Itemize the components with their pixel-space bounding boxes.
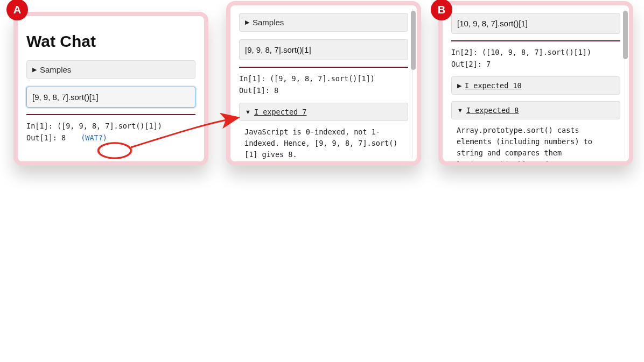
samples-label: Samples [253, 18, 284, 27]
badge-b-letter: B [438, 4, 445, 16]
scrollbar-c[interactable] [623, 9, 628, 158]
scrollbar-thumb[interactable] [411, 11, 416, 70]
panel-a: Wat Chat Samples In[1]: ([9, 9, 8, 7].so… [13, 12, 208, 166]
explanation-b: JavaScript is 0-indexed, not 1-indexed. … [239, 121, 408, 160]
divider [239, 67, 408, 68]
expected-label: I expected 7 [254, 108, 307, 116]
chevron-down-icon [245, 109, 251, 115]
chevron-right-icon [457, 82, 461, 89]
repl-in-line-c: In[2]: ([10, 9, 8, 7].sort()[1]) [451, 47, 620, 59]
panel-b: Samples [9, 9, 8, 7].sort()[1] In[1]: ([… [226, 1, 421, 166]
expression-input-a[interactable] [26, 87, 195, 108]
repl-out-line-a: Out[1]: 8 (WAT?) [26, 132, 195, 144]
chevron-down-icon [457, 107, 463, 113]
expected-label: I expected 10 [465, 81, 522, 90]
chevron-right-icon [32, 66, 37, 73]
expected-disclosure-b[interactable]: I expected 7 [239, 103, 408, 121]
panel-c: [10, 9, 8, 7].sort()[1] In[2]: ([10, 9, … [438, 1, 633, 166]
divider [451, 40, 620, 41]
expression-display-b: [9, 9, 8, 7].sort()[1] [239, 39, 408, 60]
explanation-c: Array.prototype.sort() casts elements (i… [451, 119, 620, 166]
samples-disclosure-a[interactable]: Samples [26, 60, 195, 79]
chevron-right-icon [245, 19, 249, 26]
scrollbar-thumb[interactable] [623, 11, 628, 59]
repl-out-line-c: Out[2]: 7 [451, 59, 620, 70]
badge-a-letter: A [13, 4, 21, 16]
wat-link[interactable]: (WAT?) [81, 132, 107, 144]
app-title: Wat Chat [26, 32, 195, 51]
samples-disclosure-b[interactable]: Samples [239, 13, 408, 32]
scrollbar-b[interactable] [411, 9, 416, 158]
expected-disclosure-open-c[interactable]: I expected 8 [451, 101, 620, 119]
repl-in-line-a: In[1]: ([9, 9, 8, 7].sort()[1]) [26, 120, 195, 132]
expected-disclosure-collapsed-c[interactable]: I expected 10 [451, 76, 620, 95]
expression-display-c: [10, 9, 8, 7].sort()[1] [451, 13, 620, 34]
repl-out-line-b: Out[1]: 8 [239, 85, 408, 97]
expected-label: I expected 8 [466, 106, 519, 115]
samples-label: Samples [40, 65, 71, 74]
divider [26, 114, 195, 115]
repl-in-line-b: In[1]: ([9, 9, 8, 7].sort()[1]) [239, 73, 408, 85]
